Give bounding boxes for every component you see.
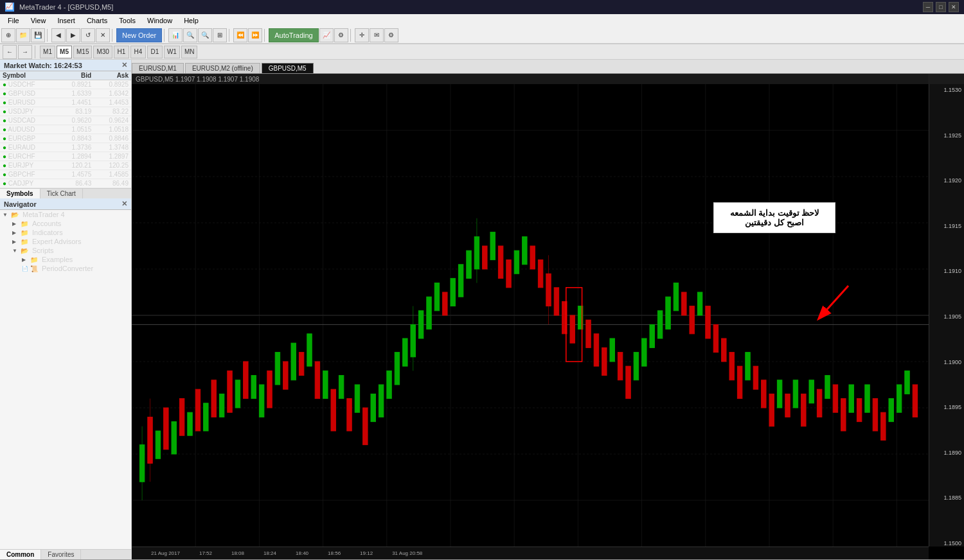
market-watch-row[interactable]: ● EURAUD 1.3736 1.3748: [0, 143, 131, 152]
market-watch: Market Watch: 16:24:53 ✕ Symbol Bid Ask …: [0, 60, 131, 188]
nav-tree-item[interactable]: ▼📂MetaTrader 4: [0, 210, 131, 219]
tb-settings-btn[interactable]: ⚙: [384, 28, 398, 42]
mw-ask: 1.4453: [94, 98, 131, 107]
tb-email-btn[interactable]: ✉: [370, 28, 384, 42]
svg-rect-72: [538, 260, 542, 288]
tab-favorites[interactable]: Favorites: [41, 550, 81, 559]
time-label-2: 17:52: [199, 550, 212, 556]
chart-canvas[interactable]: GBPUSD,M5 1.1907 1.1908 1.1907 1.1908: [132, 74, 964, 559]
period-h4[interactable]: H4: [130, 46, 146, 58]
close-button[interactable]: ✕: [949, 2, 959, 12]
chart-tab-eurusd-m1[interactable]: EURUSD,M1: [132, 63, 184, 73]
tb-save-button[interactable]: 💾: [31, 28, 45, 42]
svg-rect-34: [235, 380, 240, 408]
tb-stop-button[interactable]: ✕: [96, 28, 110, 42]
nav-tree-item[interactable]: ▶📁Examples: [0, 255, 131, 264]
nav-tree-item[interactable]: ▶📁Indicators: [0, 228, 131, 237]
market-watch-row[interactable]: ● USDCAD 0.9620 0.9624: [0, 116, 131, 125]
tb-new-button[interactable]: ⊕: [1, 28, 15, 42]
market-watch-row[interactable]: ● AUDUSD 1.0515 1.0518: [0, 125, 131, 134]
market-watch-row[interactable]: ● EURCHF 1.2894 1.2897: [0, 152, 131, 161]
period-h1[interactable]: H1: [114, 46, 129, 58]
tb-expert-btn[interactable]: ⚙: [334, 28, 348, 42]
chart-tabs: EURUSD,M1 EURUSD,M2 (offline) GBPUSD,M5: [132, 60, 964, 74]
menu-window[interactable]: Window: [142, 15, 177, 26]
market-watch-row[interactable]: ● EURJPY 120.21 120.25: [0, 161, 131, 170]
nav-tree-item[interactable]: ▼📂Scripts: [0, 246, 131, 255]
menu-tools[interactable]: Tools: [114, 15, 141, 26]
tb-scroll-right-button[interactable]: ⏩: [248, 28, 262, 42]
tb-fit-button[interactable]: ⊞: [213, 28, 227, 42]
period-d1[interactable]: D1: [147, 46, 163, 58]
mw-symbol: ● EURGBP: [0, 134, 57, 143]
period-m15[interactable]: M15: [73, 46, 92, 58]
market-watch-row[interactable]: ● GBPCHF 1.4575 1.4585: [0, 170, 131, 179]
menu-view[interactable]: View: [26, 15, 51, 26]
minimize-button[interactable]: ─: [923, 2, 933, 12]
auto-trading-button[interactable]: AutoTrading: [269, 28, 319, 42]
tb-refresh-button[interactable]: ↺: [81, 28, 95, 42]
chart-tab-gbpusd-m5[interactable]: GBPUSD,M5: [262, 63, 314, 73]
market-watch-row[interactable]: ● EURGBP 0.8843 0.8846: [0, 134, 131, 143]
nav-tree-item[interactable]: 📄📜PeriodConverter: [0, 264, 131, 273]
time-label-4: 18:24: [263, 550, 276, 556]
left-panel: Market Watch: 16:24:53 ✕ Symbol Bid Ask …: [0, 60, 132, 559]
tb-open-button[interactable]: 📁: [16, 28, 30, 42]
svg-rect-78: [586, 320, 591, 347]
svg-rect-102: [777, 380, 781, 408]
tb-zoom-out-button[interactable]: 🔍: [198, 28, 212, 42]
menu-insert[interactable]: Insert: [52, 15, 80, 26]
market-watch-row[interactable]: ● EURUSD 1.4451 1.4453: [0, 98, 131, 107]
svg-rect-47: [339, 376, 343, 399]
period-m1[interactable]: M1: [40, 46, 55, 58]
svg-rect-114: [873, 399, 877, 431]
market-watch-row[interactable]: ● CADJPY 86.43 86.49: [0, 179, 131, 188]
chart-tab-eurusd-m2[interactable]: EURUSD,M2 (offline): [185, 63, 260, 73]
period-m5[interactable]: M5: [57, 46, 72, 58]
tb-period-left[interactable]: ←: [3, 45, 17, 59]
nav-tree-item[interactable]: ▶📁Accounts: [0, 219, 131, 228]
menu-file[interactable]: File: [3, 15, 24, 26]
market-watch-close[interactable]: ✕: [121, 61, 127, 69]
svg-rect-49: [355, 385, 359, 412]
nav-tree-item[interactable]: ▶📁Expert Advisors: [0, 237, 131, 246]
tb-period-right[interactable]: →: [18, 45, 32, 59]
period-w1[interactable]: W1: [164, 46, 180, 58]
price-label-1900: 1.1900: [929, 359, 964, 365]
market-watch-row[interactable]: ● GBPUSD 1.6339 1.6342: [0, 89, 131, 98]
nav-folder-icon: 📂: [11, 211, 19, 218]
navigator-close[interactable]: ✕: [121, 200, 127, 208]
tab-common[interactable]: Common: [0, 550, 41, 559]
price-label-1905: 1.1905: [929, 313, 964, 320]
market-watch-row[interactable]: ● USDCHF 0.8921 0.8925: [0, 80, 131, 89]
svg-rect-36: [251, 376, 256, 399]
tab-symbols[interactable]: Symbols: [0, 189, 40, 198]
tb-crosshair-btn[interactable]: ✛: [355, 28, 369, 42]
price-label-1925: 1.1925: [929, 132, 964, 139]
tb-indicator-btn[interactable]: 📈: [319, 28, 334, 42]
nav-expand-icon: ▼: [3, 212, 9, 218]
svg-rect-101: [769, 394, 774, 426]
tab-tick-chart[interactable]: Tick Chart: [40, 189, 83, 198]
market-watch-row[interactable]: ● USDJPY 83.19 83.22: [0, 107, 131, 116]
new-order-button[interactable]: New Order: [116, 28, 162, 42]
menu-help[interactable]: Help: [179, 15, 204, 26]
toolbar-row-1: ⊕ 📁 💾 ◀ ▶ ↺ ✕ New Order 📊 🔍 🔍 ⊞ ⏪ ⏩ Auto…: [0, 27, 964, 44]
restore-button[interactable]: □: [936, 2, 946, 12]
tb-forward-button[interactable]: ▶: [66, 28, 80, 42]
nav-item-label: Expert Advisors: [32, 238, 81, 245]
menu-charts[interactable]: Charts: [82, 15, 112, 26]
period-m30[interactable]: M30: [93, 46, 112, 58]
mw-dot: ●: [3, 180, 6, 187]
tb-chart-btn[interactable]: 📊: [168, 28, 183, 42]
tb-zoom-in-button[interactable]: 🔍: [183, 28, 197, 42]
tb-back-button[interactable]: ◀: [51, 28, 66, 42]
svg-rect-59: [434, 283, 439, 311]
mw-symbol: ● GBPCHF: [0, 170, 57, 179]
price-label-1910: 1.1910: [929, 268, 964, 274]
annotation-box: لاحظ توقيت بداية الشمعه اصبح كل دقيقتين: [713, 202, 835, 233]
svg-rect-33: [228, 371, 232, 412]
tb-sep-4: [229, 29, 231, 42]
tb-scroll-left-button[interactable]: ⏪: [233, 28, 247, 42]
period-mn[interactable]: MN: [181, 46, 198, 58]
